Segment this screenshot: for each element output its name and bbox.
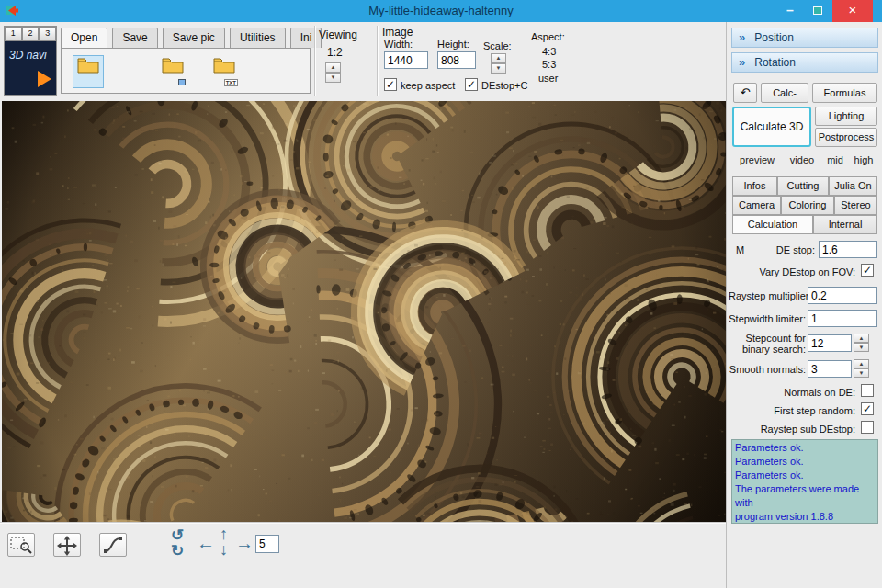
smooth-normals-spinner: ▲ ▼ <box>854 359 869 378</box>
pan-button[interactable] <box>53 533 81 557</box>
move-down-button[interactable]: ↓ <box>220 540 228 560</box>
move-icon <box>57 536 77 556</box>
aspect-label: Aspect: <box>531 31 565 42</box>
vary-destop-label: Vary DEstop on FOV: <box>729 266 855 277</box>
first-step-random-label: First step random: <box>729 405 855 416</box>
stepcount-spin-down-button[interactable]: ▼ <box>854 343 869 352</box>
image-group-label: Image <box>382 26 413 39</box>
quality-video-button[interactable]: video <box>784 154 820 165</box>
viewing-spinner: ▲ ▼ <box>325 62 341 83</box>
status-log: Parameters ok. Parameters ok. Parameters… <box>731 439 878 524</box>
minimize-button[interactable]: – <box>777 0 803 22</box>
maximize-icon <box>813 6 822 15</box>
curve-icon <box>103 536 123 554</box>
navi-view-2-button[interactable]: 2 <box>22 27 40 41</box>
smooth-spin-up-button[interactable]: ▲ <box>854 359 869 368</box>
undo-button[interactable]: ↶ <box>733 83 757 103</box>
toolbar-separator <box>377 26 379 96</box>
file-tabbar: Open Save Save pic Utilities Ini <box>61 28 323 48</box>
window-title: My-little-hideaway-haltenny <box>0 4 882 17</box>
tab-julia-on[interactable]: Julia On <box>829 176 877 196</box>
status-line: Parameters ok. <box>735 441 875 455</box>
stepcount-spin-up-button[interactable]: ▲ <box>854 334 869 343</box>
chevron-right-icon: » <box>739 55 745 69</box>
image-mark-icon <box>178 79 186 85</box>
aspect-option-5-3[interactable]: 5:3 <box>542 59 556 70</box>
tab-camera[interactable]: Camera <box>732 196 781 215</box>
smooth-normals-input[interactable] <box>808 360 852 378</box>
aspect-option-user[interactable]: user <box>538 73 558 84</box>
tab-cutting[interactable]: Cutting <box>777 176 829 196</box>
tab-coloring[interactable]: Coloring <box>781 196 834 215</box>
tab-infos[interactable]: Infos <box>732 176 777 196</box>
tab-stereo[interactable]: Stereo <box>834 196 877 215</box>
toolbar-tab-ini[interactable]: Ini <box>290 28 322 48</box>
txt-mark-label: TXT <box>224 79 238 86</box>
quality-mid-button[interactable]: mid <box>822 154 848 165</box>
zoom-select-button[interactable] <box>7 533 35 557</box>
app-window: My-little-hideaway-haltenny – × 1 2 3 3D… <box>0 0 882 588</box>
navi-label: 3D navi <box>9 49 47 62</box>
destop-c-label: DEstop+C <box>481 80 527 91</box>
image-width-input[interactable] <box>384 51 428 69</box>
postprocess-button[interactable]: Postprocess <box>815 128 877 147</box>
position-header[interactable]: »Position <box>731 28 878 48</box>
open-parameters-button[interactable] <box>73 55 104 88</box>
navi-3d-button[interactable]: 3D navi <box>5 41 56 95</box>
navi-arrow-icon <box>38 71 51 87</box>
rotation-header-label: Rotation <box>754 56 796 69</box>
aspect-option-4-3[interactable]: 4:3 <box>542 46 556 57</box>
close-button[interactable]: × <box>832 0 873 22</box>
curve-button[interactable] <box>99 533 127 557</box>
viewing-value: 1:2 <box>327 46 343 59</box>
open-text-button[interactable]: TXT <box>209 55 240 88</box>
tab-calculation[interactable]: Calculation <box>732 215 813 234</box>
maximize-button[interactable] <box>805 0 831 22</box>
scale-spin-down-button[interactable]: ▼ <box>491 63 506 74</box>
viewing-spin-down-button[interactable]: ▼ <box>325 73 341 83</box>
stepcount-input[interactable] <box>808 334 852 352</box>
bottom-separator <box>0 522 726 524</box>
navi-view-1-button[interactable]: 1 <box>5 27 22 41</box>
titlebar[interactable]: My-little-hideaway-haltenny – × <box>0 0 882 22</box>
calc-minus-button[interactable]: Calc- <box>761 83 808 103</box>
raystep-multiplier-input[interactable] <box>808 287 877 304</box>
destop-c-checkbox[interactable]: ✓ <box>465 78 478 91</box>
calculate-3d-button[interactable]: Calculate 3D <box>732 107 811 147</box>
undo-icon: ↶ <box>741 85 751 99</box>
toolbar-tab-open[interactable]: Open <box>61 28 107 48</box>
first-step-random-checkbox[interactable]: ✓ <box>861 402 874 415</box>
move-left-button[interactable]: ← <box>197 533 215 554</box>
normals-on-de-checkbox[interactable] <box>861 384 874 397</box>
vary-destop-checkbox[interactable]: ✓ <box>861 264 874 277</box>
stepwidth-limiter-input[interactable] <box>808 310 877 327</box>
move-right-button[interactable]: → <box>235 533 254 554</box>
navi-view-3-button[interactable]: 3 <box>39 27 56 41</box>
raystep-sub-destop-checkbox[interactable] <box>861 421 874 434</box>
quality-preview-button[interactable]: preview <box>734 154 780 165</box>
image-height-label: Height: <box>437 39 469 50</box>
tab-internal[interactable]: Internal <box>813 215 877 234</box>
rotate-down-button[interactable]: ↻ <box>171 541 184 560</box>
rotation-header[interactable]: »Rotation <box>731 52 878 73</box>
toolbar-tab-save[interactable]: Save <box>112 28 157 48</box>
viewing-spin-up-button[interactable]: ▲ <box>325 62 341 73</box>
toolbar-tab-utilities[interactable]: Utilities <box>230 28 286 48</box>
image-height-input[interactable] <box>437 51 476 69</box>
toolbar-tab-save-pic[interactable]: Save pic <box>163 28 225 48</box>
fractal-render[interactable] <box>2 101 726 522</box>
lighting-button[interactable]: Lighting <box>815 107 877 126</box>
step-size-input[interactable] <box>255 535 279 553</box>
stepcount-spinner: ▲ ▼ <box>854 334 869 352</box>
de-stop-label: DE stop: <box>763 244 815 255</box>
keep-aspect-label: keep aspect <box>401 80 455 91</box>
keep-aspect-checkbox[interactable]: ✓ <box>384 78 397 91</box>
de-stop-input[interactable] <box>819 241 877 258</box>
open-image-button[interactable] <box>157 55 188 88</box>
formulas-button[interactable]: Formulas <box>812 83 877 103</box>
right-panel: »Position »Rotation ↶ Calc- Formulas Cal… <box>726 22 882 588</box>
scale-spin-up-button[interactable]: ▲ <box>491 53 506 63</box>
folder-image-icon <box>162 56 184 74</box>
smooth-spin-down-button[interactable]: ▼ <box>854 368 869 378</box>
quality-high-button[interactable]: high <box>850 154 877 165</box>
